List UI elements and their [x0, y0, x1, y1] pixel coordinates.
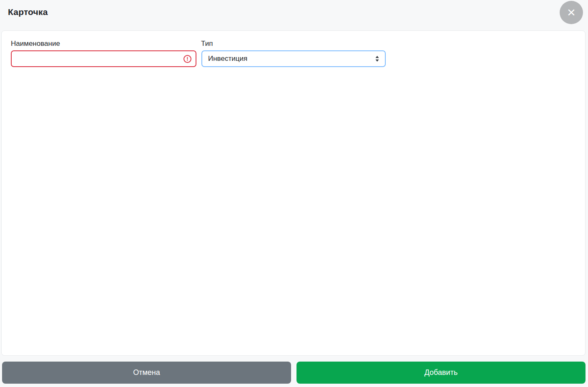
error-icon: !: [183, 55, 191, 63]
close-icon: ×: [567, 5, 575, 19]
name-input[interactable]: [11, 50, 196, 67]
modal-header: Карточка: [0, 0, 588, 24]
submit-button[interactable]: Добавить: [297, 362, 585, 384]
page-title: Карточка: [8, 7, 48, 17]
select-caret-icon: [375, 55, 379, 62]
type-select-value: Инвестиция: [208, 55, 247, 63]
close-button[interactable]: ×: [560, 1, 583, 24]
card-form-panel: Наименование ! Тип Инвестиция: [1, 30, 585, 356]
cancel-button[interactable]: Отмена: [2, 362, 291, 384]
type-select[interactable]: Инвестиция: [201, 50, 386, 67]
type-field-label: Тип: [201, 40, 213, 48]
name-field-label: Наименование: [11, 40, 60, 48]
